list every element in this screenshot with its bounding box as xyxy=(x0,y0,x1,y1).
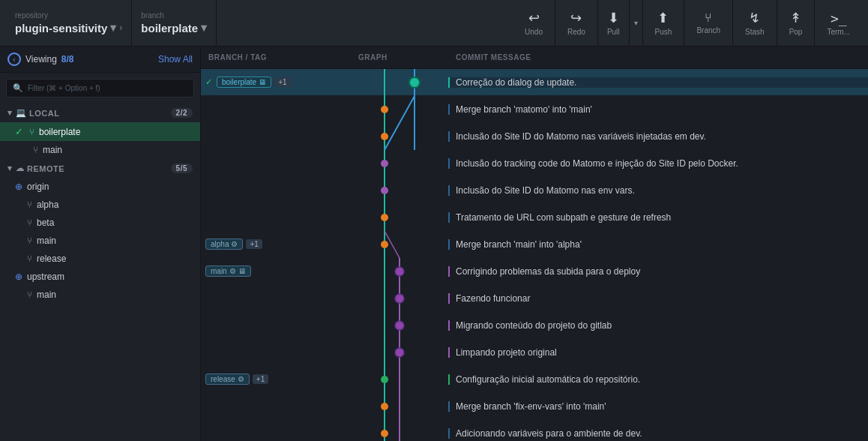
msg-cell-12: Configuração inicial automática do repos… xyxy=(448,374,868,385)
toolbar: repository plugin-sensitivity ▾ › branch… xyxy=(0,0,868,46)
repo-section: repository plugin-sensitivity ▾ › xyxy=(6,0,132,46)
viewing-label: Viewing xyxy=(25,54,57,64)
sidebar-item-origin-alpha[interactable]: ⑂ alpha xyxy=(0,196,200,214)
release-gear-icon: ⚙ xyxy=(238,375,244,383)
branch-icon: ⑂ xyxy=(705,11,712,25)
upstream-globe-icon: ⊕ xyxy=(15,272,22,282)
col-header-graph: GRAPH xyxy=(358,53,456,62)
commit-row[interactable]: main ⚙ 🖥 Corrigindo problemas da subida … xyxy=(201,258,868,285)
graph-cell-6 xyxy=(351,204,448,231)
alpha-tag: alpha ⚙ xyxy=(205,238,243,250)
undo-button[interactable]: ↩ Undo xyxy=(513,0,555,46)
plus-badge-12: +1 xyxy=(253,374,268,384)
repo-arrow-icon: › xyxy=(119,22,122,33)
branch-button[interactable]: ⑂ Branch xyxy=(684,0,733,46)
pull-label: Pull xyxy=(607,28,620,36)
check-icon: ✓ xyxy=(15,126,23,137)
local-section-left: ▾ 💻 LOCAL xyxy=(7,108,59,118)
commit-row[interactable]: release ⚙ +1 Configuração inicial automá… xyxy=(201,366,868,393)
stash-label: Stash xyxy=(745,28,765,36)
main-monitor-icon: 🖥 xyxy=(238,267,246,275)
commit-row[interactable]: Migrando conteúdo do projeto do gitlab xyxy=(201,312,868,339)
msg-cell-1: Correção do dialog de update. xyxy=(448,77,868,88)
sidebar-item-origin[interactable]: ⊕ origin xyxy=(0,178,200,196)
stash-icon: ↯ xyxy=(749,10,760,26)
sidebar-header: ‹ Viewing 8/8 Show All xyxy=(0,46,200,73)
branch-value[interactable]: boilerplate ▾ xyxy=(141,21,207,34)
redo-label: Redo xyxy=(567,28,585,36)
commit-row[interactable]: Limpando projeto original xyxy=(201,339,868,366)
terminal-label: Term... xyxy=(827,28,850,36)
stash-button[interactable]: ↯ Stash xyxy=(733,0,777,46)
commit-row[interactable]: Inclusão do Site ID do Matomo nas variáv… xyxy=(201,123,868,150)
local-section-header[interactable]: ▾ 💻 LOCAL 2/2 xyxy=(0,104,200,122)
graph-cell-5 xyxy=(351,177,448,204)
content-area: BRANCH / TAG GRAPH COMMIT MESSAGE xyxy=(201,46,868,441)
remote-chevron: ▾ xyxy=(7,164,13,173)
beta-branch-name: beta xyxy=(37,218,54,228)
commit-row[interactable]: Tratamento de URL com subpath e gesture … xyxy=(201,204,868,231)
graph-cell-14 xyxy=(351,420,448,442)
check-icon-row1: ✓ xyxy=(205,77,212,87)
redo-icon: ↪ xyxy=(570,10,582,26)
col-headers: BRANCH / TAG GRAPH COMMIT MESSAGE xyxy=(201,46,868,69)
pop-button[interactable]: ↟ Pop xyxy=(777,0,816,46)
branch-label-btn: Branch xyxy=(696,26,720,34)
viewing-chevron[interactable]: ‹ xyxy=(7,52,21,66)
sidebar-item-origin-main[interactable]: ⑂ main xyxy=(0,232,200,250)
origin-name: origin xyxy=(27,182,49,192)
commit-row[interactable]: ✓ boilerplate 🖥 +1 Correção do dialog de… xyxy=(201,69,868,96)
pull-main: ⬇ Pull xyxy=(598,0,629,46)
release-tag-text: release xyxy=(211,375,235,383)
commit-row[interactable]: Merge branch 'fix-env-vars' into 'main' xyxy=(201,393,868,420)
main-git-icon: ⑂ xyxy=(33,145,38,155)
commit-row[interactable]: Adicionando variáveis para o ambiente de… xyxy=(201,420,868,441)
remote-section-header[interactable]: ▾ ☁ REMOTE 5/5 xyxy=(0,159,200,178)
search-icon: 🔍 xyxy=(13,83,23,93)
repo-value[interactable]: plugin-sensitivity ▾ › xyxy=(15,21,122,34)
main-gear-icon: ⚙ xyxy=(229,267,236,275)
commit-row[interactable]: Inclusão do tracking code do Matomo e in… xyxy=(201,150,868,177)
pull-caret[interactable]: ▾ xyxy=(629,0,642,46)
commit-row[interactable]: Merge branch 'matomo' into 'main' xyxy=(201,96,868,123)
release-git-icon: ⑂ xyxy=(27,254,32,264)
pop-label: Pop xyxy=(789,28,803,36)
branch-cell-7: alpha ⚙ +1 xyxy=(201,238,351,250)
commit-row[interactable]: alpha ⚙ +1 Merge branch 'main' into 'alp… xyxy=(201,231,868,258)
local-chevron: ▾ xyxy=(7,108,13,118)
sidebar-item-main-local[interactable]: ⑂ main xyxy=(0,141,200,159)
show-all-button[interactable]: Show All xyxy=(158,54,193,64)
remote-section-left: ▾ ☁ REMOTE xyxy=(7,164,64,173)
origin-main-git-icon: ⑂ xyxy=(27,236,32,246)
beta-git-icon: ⑂ xyxy=(27,218,32,228)
alpha-gear-icon: ⚙ xyxy=(231,240,238,248)
push-button[interactable]: ⬆ Push xyxy=(643,0,685,46)
commit-row[interactable]: Inclusão do Site ID do Matomo nas env va… xyxy=(201,177,868,204)
search-bar[interactable]: 🔍 Filter (⌘ + Option + f) xyxy=(6,79,194,98)
boilerplate-tag: boilerplate 🖥 xyxy=(217,76,271,88)
graph-cell-2 xyxy=(351,96,448,123)
repo-dropdown-icon: ▾ xyxy=(110,21,116,34)
boilerplate-branch-name: boilerplate xyxy=(39,127,80,137)
sidebar-item-upstream-main[interactable]: ⑂ main xyxy=(0,286,200,304)
graph-cell-12 xyxy=(351,366,448,393)
push-label: Push xyxy=(655,28,672,36)
redo-button[interactable]: ↪ Redo xyxy=(555,0,598,46)
msg-cell-11: Limpando projeto original xyxy=(448,347,868,358)
terminal-button[interactable]: >_ Term... xyxy=(815,0,862,46)
release-branch-name: release xyxy=(37,254,66,264)
msg-cell-5: Inclusão do Site ID do Matomo nas env va… xyxy=(448,185,868,196)
origin-globe-icon: ⊕ xyxy=(15,182,22,192)
pull-button[interactable]: ⬇ Pull ▾ xyxy=(598,0,643,46)
msg-cell-2: Merge branch 'matomo' into 'main' xyxy=(448,104,868,115)
commit-row[interactable]: Fazendo funcionar xyxy=(201,285,868,312)
terminal-icon: >_ xyxy=(831,10,847,26)
repo-name: plugin-sensitivity xyxy=(15,22,107,34)
sidebar-item-origin-release[interactable]: ⑂ release xyxy=(0,250,200,268)
sidebar-item-boilerplate[interactable]: ✓ ⑂ boilerplate xyxy=(0,122,200,141)
msg-cell-6: Tratamento de URL com subpath e gesture … xyxy=(448,212,868,223)
sidebar: ‹ Viewing 8/8 Show All 🔍 Filter (⌘ + Opt… xyxy=(0,46,201,441)
branch-dropdown-icon: ▾ xyxy=(201,21,207,34)
sidebar-item-origin-beta[interactable]: ⑂ beta xyxy=(0,214,200,232)
sidebar-item-upstream[interactable]: ⊕ upstream xyxy=(0,268,200,286)
